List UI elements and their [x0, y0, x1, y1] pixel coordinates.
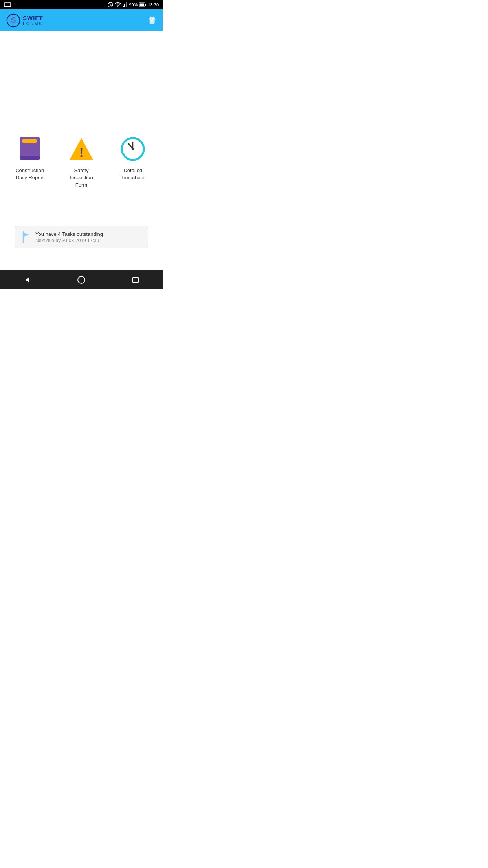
form-item-safety-inspection-form[interactable]: ! Safety Inspection Form [60, 135, 103, 189]
logo: S SWIFT FORMS [6, 13, 43, 28]
book-icon [18, 136, 41, 162]
notification-flag [21, 231, 31, 243]
safety-inspection-form-label: Safety Inspection Form [70, 167, 93, 189]
form-item-construction-daily-report[interactable]: Construction Daily Report [8, 135, 51, 181]
form-label-line2: Timesheet [121, 175, 145, 180]
warning-triangle-icon: ! [69, 137, 94, 161]
svg-rect-14 [20, 156, 40, 160]
recent-square-icon [132, 276, 139, 283]
svg-text:!: ! [79, 145, 84, 160]
svg-point-24 [78, 276, 85, 283]
svg-rect-13 [22, 139, 37, 143]
forms-grid: Construction Daily Report ! Safety Inspe… [0, 127, 163, 197]
mute-icon [108, 2, 113, 7]
notification-banner[interactable]: You have 4 Tasks outstanding Next due by… [15, 226, 148, 248]
form-label-line2: Daily Report [16, 175, 44, 180]
svg-rect-0 [5, 2, 10, 6]
form-label-line2: Inspection [70, 175, 93, 180]
battery-icon [139, 2, 146, 7]
clock-time: 13:30 [148, 2, 159, 7]
svg-text:S: S [11, 16, 16, 24]
construction-daily-report-icon-wrapper [16, 135, 44, 163]
back-arrow-icon [23, 276, 31, 284]
svg-marker-6 [126, 2, 127, 7]
battery-percent: 99% [129, 2, 138, 7]
detailed-timesheet-icon-wrapper [119, 135, 147, 163]
detailed-timesheet-label: Detailed Timesheet [121, 167, 145, 181]
status-bar-left [4, 2, 11, 7]
svg-rect-9 [140, 4, 144, 6]
svg-rect-8 [145, 4, 146, 6]
notification-title: You have 4 Tasks outstanding [35, 231, 141, 237]
construction-daily-report-label: Construction Daily Report [15, 167, 44, 181]
back-button[interactable] [18, 270, 37, 289]
swift-forms-logo-icon: S [6, 13, 20, 28]
logo-forms: FORMS [23, 21, 43, 26]
bottom-nav [0, 270, 163, 289]
form-label-line1: Construction [15, 167, 44, 173]
wifi-icon [115, 2, 121, 7]
svg-marker-22 [23, 232, 29, 237]
svg-rect-1 [4, 6, 11, 7]
status-bar-right: 99% 13:30 [108, 2, 159, 7]
recent-apps-button[interactable] [126, 270, 145, 289]
form-label-line1: Detailed [123, 167, 142, 173]
notification-subtitle: Next due by 30-08-2019 17:30 [35, 238, 141, 243]
home-button[interactable] [72, 270, 91, 289]
clock-icon [121, 137, 145, 161]
svg-line-3 [109, 4, 112, 6]
svg-marker-4 [123, 6, 124, 7]
main-content: Construction Daily Report ! Safety Inspe… [0, 31, 163, 270]
signal-icon [123, 2, 127, 7]
notification-text: You have 4 Tasks outstanding Next due by… [35, 231, 141, 243]
safety-inspection-form-icon-wrapper: ! [67, 135, 95, 163]
svg-rect-25 [133, 277, 138, 283]
laptop-icon [4, 2, 11, 7]
status-bar: 99% 13:30 [0, 0, 163, 9]
form-label-line1: Safety [74, 167, 89, 173]
logo-text: SWIFT FORMS [23, 15, 43, 26]
settings-button[interactable] [146, 14, 156, 27]
logo-swift: SWIFT [23, 15, 43, 22]
form-item-detailed-timesheet[interactable]: Detailed Timesheet [111, 135, 154, 181]
svg-marker-23 [26, 277, 29, 283]
flag-icon [22, 231, 30, 243]
svg-marker-5 [124, 4, 125, 7]
home-circle-icon [77, 276, 86, 284]
app-bar: S SWIFT FORMS [0, 9, 163, 31]
form-label-line3: Form [75, 182, 87, 188]
svg-point-20 [132, 148, 134, 150]
